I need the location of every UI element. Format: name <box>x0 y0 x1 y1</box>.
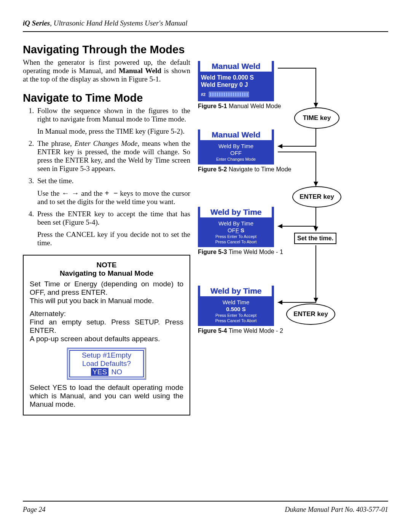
popup-no: NO <box>111 368 122 376</box>
time-key-ellipse: TIME key <box>294 107 339 129</box>
step-4: Press the ENTER key to accept the time t… <box>36 210 190 247</box>
fig1-caption-t: Manual Weld Mode <box>227 103 281 109</box>
fig1-title: Manual Weld <box>200 61 272 72</box>
fig1-l1: Weld Time 0.000 S <box>201 74 271 81</box>
left-column: Navigating Through the Modes When the ge… <box>23 43 190 415</box>
fig2-l2: OFF <box>201 150 271 156</box>
fig4-l2: 0.500 S <box>201 306 271 312</box>
plus-minus-icon: + − <box>105 189 118 197</box>
step-3: Set the time. Use the ← → and the + − ke… <box>36 177 190 206</box>
fig3-l2a: OF <box>228 227 236 233</box>
fig1-caption-b: Figure 5-1 <box>198 103 227 109</box>
step2-a: The phrase, <box>37 139 75 147</box>
fig3-s2: Press Cancel To Abort <box>201 240 271 244</box>
manual-page: iQ Series, Ultrasonic Hand Held Systems … <box>0 0 411 532</box>
left-arrow-icon: ← → <box>62 189 79 197</box>
footer-rule <box>23 501 388 502</box>
fig3-caption-t: Time Weld Mode - 1 <box>227 249 283 255</box>
enter-key-ellipse-2: ENTER key <box>286 304 335 325</box>
fig4-s1: Press Enter To Accept <box>201 313 271 318</box>
note-p2: This will put you back in Manual mode. <box>30 297 183 305</box>
heading-time-mode: Navigate to Time Mode <box>23 92 190 104</box>
step4-b: Press the CANCEL key if you decide not t… <box>37 230 190 247</box>
popup-yes: YES <box>91 368 108 376</box>
step3-sub: Use the ← → and the + − keys to move the… <box>37 189 190 206</box>
screen-fig1: Manual Weld Weld Time 0.000 S Weld Energ… <box>198 61 274 101</box>
screen-fig3: Weld by Time Weld By Time OFF S Press En… <box>198 207 274 247</box>
enter-key-ellipse-1: ENTER key <box>292 186 341 208</box>
popup-line1: Setup #1Empty <box>70 351 143 359</box>
series-subtitle: , Ultrasonic Hand Held Systems User's Ma… <box>50 19 187 27</box>
series-name: iQ Series <box>23 19 50 27</box>
popup-defaults: Setup #1Empty Load Defaults? YES NO <box>67 348 146 380</box>
note-subtitle: Navigating to Manual Mode <box>30 269 183 278</box>
popup-choices: YES NO <box>70 368 143 376</box>
step2-italic: Enter Changes Mode <box>75 139 138 147</box>
popup-line2: Load Defaults? <box>70 359 143 368</box>
page-number: Page 24 <box>23 506 45 514</box>
note-p1: Set Time or Energy (depending on mode) t… <box>30 280 183 297</box>
fig4-title: Weld by Time <box>200 286 272 296</box>
heading-nav-modes: Navigating Through the Modes <box>23 43 190 56</box>
part-number: Dukane Manual Part No. 403-577-01 <box>285 506 388 514</box>
fig3-l2: OFF S <box>201 227 271 233</box>
fig1-l2: Weld Energy 0 J <box>201 81 271 88</box>
progress-bar-icon <box>209 92 249 97</box>
fig3-l2b: S <box>239 227 244 233</box>
fig1-hash: #2 <box>201 92 206 97</box>
fig2-l1: Weld By Time <box>201 143 271 149</box>
fig3-caption-b: Figure 5-3 <box>198 249 227 255</box>
step-1: Follow the sequence shown in the figures… <box>36 107 190 136</box>
intro-paragraph: When the generator is first powered up, … <box>23 58 190 83</box>
fig4-caption: Figure 5-4 Time Weld Mode - 2 <box>198 328 388 334</box>
fig2-l3: Enter Changes Mode <box>201 157 271 161</box>
note-title: NOTE <box>30 261 183 269</box>
step1-sub: In Manual mode, press the TIME key (Figu… <box>37 127 190 136</box>
step3b-a: Use the <box>37 189 62 197</box>
fig1-bar-row: #2 <box>201 91 271 97</box>
note-p3: Alternately: <box>30 310 183 318</box>
step3-a: Set the time. <box>37 177 74 185</box>
fig2-caption-t: Navigate to Time Mode <box>227 166 291 173</box>
fig2-title: Manual Weld <box>200 129 272 140</box>
screen-fig2: Manual Weld Weld By Time OFF Enter Chang… <box>198 129 274 165</box>
fig3-title: Weld by Time <box>200 207 272 217</box>
fig2-caption-b: Figure 5-2 <box>198 166 227 173</box>
fig1-caption: Figure 5-1 Manual Weld Mode <box>198 103 388 110</box>
fig3-s1: Press Enter To Accept <box>201 234 271 239</box>
fig4-caption-t: Time Weld Mode - 2 <box>227 328 283 334</box>
note-p6: Select YES to load the default operating… <box>30 383 183 409</box>
step4-a: Press the ENTER key to accept the time t… <box>37 210 190 226</box>
note-box: NOTE Navigating to Manual Mode Set Time … <box>23 255 190 415</box>
steps-list: Follow the sequence shown in the figures… <box>23 107 190 247</box>
note-p5: A pop-up screen about defaults appears. <box>30 335 183 343</box>
fig4-caption-b: Figure 5-4 <box>198 328 227 334</box>
set-time-box: Set the time. <box>294 233 336 244</box>
fig4-l1: Weld Time <box>201 299 271 305</box>
header-rule <box>23 31 388 32</box>
intro-bold: Manual Weld <box>119 67 161 75</box>
page-footer: Page 24 Dukane Manual Part No. 403-577-0… <box>23 506 388 514</box>
fig3-caption: Figure 5-3 Time Weld Mode - 1 <box>198 249 388 256</box>
step-2: The phrase, Enter Changes Mode, means wh… <box>36 139 190 173</box>
step3b-b: and the <box>79 189 105 197</box>
note-p4: Find an empty setup. Press SETUP. Press … <box>30 318 183 335</box>
right-column: Manual Weld Weld Time 0.000 S Weld Energ… <box>198 43 388 415</box>
fig3-l2u: F <box>236 227 239 233</box>
step1-text: Follow the sequence shown in the figures… <box>37 107 190 123</box>
fig4-s2: Press Cancel To Abort <box>201 318 271 323</box>
running-header: iQ Series, Ultrasonic Hand Held Systems … <box>23 19 388 29</box>
fig2-caption: Figure 5-2 Navigate to Time Mode <box>198 166 388 173</box>
fig3-l1: Weld By Time <box>201 220 271 227</box>
screen-fig4: Weld by Time Weld Time 0.500 S Press Ent… <box>198 286 274 326</box>
